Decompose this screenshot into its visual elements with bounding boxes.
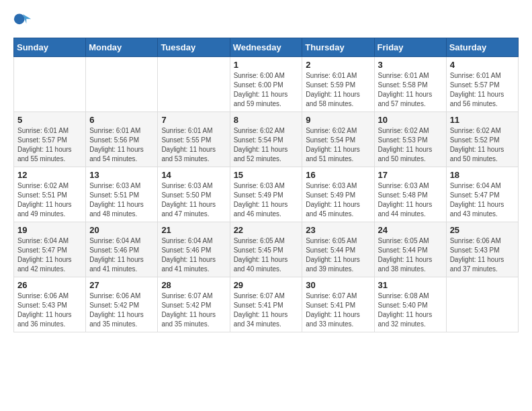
day-info: Sunrise: 6:05 AM Sunset: 5:44 PM Dayligh…	[378, 236, 443, 274]
day-info: Sunrise: 6:01 AM Sunset: 5:57 PM Dayligh…	[17, 126, 82, 164]
day-number: 3	[378, 60, 443, 70]
calendar-cell: 11Sunrise: 6:02 AM Sunset: 5:52 PM Dayli…	[446, 112, 518, 167]
calendar-cell: 17Sunrise: 6:03 AM Sunset: 5:48 PM Dayli…	[374, 167, 446, 222]
calendar-cell: 16Sunrise: 6:03 AM Sunset: 5:49 PM Dayli…	[302, 167, 374, 222]
weekday-header-monday: Monday	[86, 38, 158, 57]
day-info: Sunrise: 6:07 AM Sunset: 5:42 PM Dayligh…	[161, 291, 226, 329]
weekday-header-friday: Friday	[374, 38, 446, 57]
day-info: Sunrise: 6:04 AM Sunset: 5:46 PM Dayligh…	[89, 236, 154, 274]
calendar-cell: 22Sunrise: 6:05 AM Sunset: 5:45 PM Dayli…	[230, 222, 302, 277]
calendar-cell: 26Sunrise: 6:06 AM Sunset: 5:43 PM Dayli…	[14, 277, 86, 332]
calendar-cell: 5Sunrise: 6:01 AM Sunset: 5:57 PM Daylig…	[14, 112, 86, 167]
day-info: Sunrise: 6:02 AM Sunset: 5:54 PM Dayligh…	[306, 126, 370, 164]
calendar-week-1: 1Sunrise: 6:00 AM Sunset: 6:00 PM Daylig…	[14, 57, 519, 112]
calendar-week-2: 5Sunrise: 6:01 AM Sunset: 5:57 PM Daylig…	[14, 112, 519, 167]
calendar-cell: 25Sunrise: 6:06 AM Sunset: 5:43 PM Dayli…	[446, 222, 518, 277]
calendar-cell: 31Sunrise: 6:08 AM Sunset: 5:40 PM Dayli…	[374, 277, 446, 332]
day-number: 24	[378, 225, 443, 235]
day-info: Sunrise: 6:06 AM Sunset: 5:42 PM Dayligh…	[89, 291, 154, 329]
day-number: 22	[234, 225, 299, 235]
day-number: 10	[378, 115, 443, 125]
calendar-cell: 30Sunrise: 6:07 AM Sunset: 5:41 PM Dayli…	[302, 277, 374, 332]
day-info: Sunrise: 6:02 AM Sunset: 5:53 PM Dayligh…	[378, 126, 443, 164]
calendar-cell: 9Sunrise: 6:02 AM Sunset: 5:54 PM Daylig…	[302, 112, 374, 167]
day-number: 2	[306, 60, 370, 70]
day-number: 7	[161, 115, 226, 125]
day-number: 21	[161, 225, 226, 235]
weekday-header-row: SundayMondayTuesdayWednesdayThursdayFrid…	[14, 38, 519, 57]
calendar: SundayMondayTuesdayWednesdayThursdayFrid…	[13, 38, 519, 332]
header	[13, 11, 519, 30]
calendar-cell: 24Sunrise: 6:05 AM Sunset: 5:44 PM Dayli…	[374, 222, 446, 277]
day-info: Sunrise: 6:01 AM Sunset: 5:57 PM Dayligh…	[450, 71, 515, 109]
day-info: Sunrise: 6:06 AM Sunset: 5:43 PM Dayligh…	[17, 291, 82, 329]
day-number: 9	[306, 115, 370, 125]
logo	[13, 11, 35, 30]
day-info: Sunrise: 6:01 AM Sunset: 5:58 PM Dayligh…	[378, 71, 443, 109]
day-info: Sunrise: 6:04 AM Sunset: 5:46 PM Dayligh…	[161, 236, 226, 274]
day-info: Sunrise: 6:03 AM Sunset: 5:50 PM Dayligh…	[161, 181, 226, 219]
calendar-cell: 28Sunrise: 6:07 AM Sunset: 5:42 PM Dayli…	[158, 277, 230, 332]
calendar-header: SundayMondayTuesdayWednesdayThursdayFrid…	[14, 38, 519, 57]
day-number: 5	[17, 115, 82, 125]
day-info: Sunrise: 6:05 AM Sunset: 5:44 PM Dayligh…	[306, 236, 370, 274]
calendar-cell: 27Sunrise: 6:06 AM Sunset: 5:42 PM Dayli…	[86, 277, 158, 332]
day-number: 19	[17, 225, 82, 235]
svg-point-0	[14, 13, 25, 24]
calendar-cell: 19Sunrise: 6:04 AM Sunset: 5:47 PM Dayli…	[14, 222, 86, 277]
calendar-cell: 29Sunrise: 6:07 AM Sunset: 5:41 PM Dayli…	[230, 277, 302, 332]
logo-icon	[13, 11, 32, 30]
day-number: 28	[161, 280, 226, 290]
day-info: Sunrise: 6:03 AM Sunset: 5:51 PM Dayligh…	[89, 181, 154, 219]
calendar-cell	[158, 57, 230, 112]
calendar-cell: 1Sunrise: 6:00 AM Sunset: 6:00 PM Daylig…	[230, 57, 302, 112]
day-info: Sunrise: 6:01 AM Sunset: 5:56 PM Dayligh…	[89, 126, 154, 164]
day-number: 12	[17, 170, 82, 180]
day-info: Sunrise: 6:08 AM Sunset: 5:40 PM Dayligh…	[378, 291, 443, 329]
day-number: 17	[378, 170, 443, 180]
day-number: 14	[161, 170, 226, 180]
day-number: 4	[450, 60, 515, 70]
day-number: 30	[306, 280, 370, 290]
calendar-cell	[14, 57, 86, 112]
weekday-header-saturday: Saturday	[446, 38, 518, 57]
day-number: 18	[450, 170, 515, 180]
calendar-cell: 7Sunrise: 6:01 AM Sunset: 5:55 PM Daylig…	[158, 112, 230, 167]
day-info: Sunrise: 6:07 AM Sunset: 5:41 PM Dayligh…	[306, 291, 370, 329]
day-info: Sunrise: 6:02 AM Sunset: 5:51 PM Dayligh…	[17, 181, 82, 219]
calendar-cell: 6Sunrise: 6:01 AM Sunset: 5:56 PM Daylig…	[86, 112, 158, 167]
calendar-cell: 2Sunrise: 6:01 AM Sunset: 5:59 PM Daylig…	[302, 57, 374, 112]
day-info: Sunrise: 6:05 AM Sunset: 5:45 PM Dayligh…	[234, 236, 299, 274]
day-number: 27	[89, 280, 154, 290]
calendar-week-3: 12Sunrise: 6:02 AM Sunset: 5:51 PM Dayli…	[14, 167, 519, 222]
weekday-header-tuesday: Tuesday	[158, 38, 230, 57]
day-number: 6	[89, 115, 154, 125]
weekday-header-wednesday: Wednesday	[230, 38, 302, 57]
calendar-cell: 13Sunrise: 6:03 AM Sunset: 5:51 PM Dayli…	[86, 167, 158, 222]
day-number: 13	[89, 170, 154, 180]
calendar-week-5: 26Sunrise: 6:06 AM Sunset: 5:43 PM Dayli…	[14, 277, 519, 332]
day-info: Sunrise: 6:03 AM Sunset: 5:49 PM Dayligh…	[234, 181, 299, 219]
day-number: 23	[306, 225, 370, 235]
day-number: 29	[234, 280, 299, 290]
weekday-header-sunday: Sunday	[14, 38, 86, 57]
day-number: 16	[306, 170, 370, 180]
calendar-cell: 15Sunrise: 6:03 AM Sunset: 5:49 PM Dayli…	[230, 167, 302, 222]
day-info: Sunrise: 6:06 AM Sunset: 5:43 PM Dayligh…	[450, 236, 515, 274]
calendar-cell: 4Sunrise: 6:01 AM Sunset: 5:57 PM Daylig…	[446, 57, 518, 112]
day-number: 15	[234, 170, 299, 180]
day-number: 11	[450, 115, 515, 125]
calendar-body: 1Sunrise: 6:00 AM Sunset: 6:00 PM Daylig…	[14, 57, 519, 332]
calendar-cell: 23Sunrise: 6:05 AM Sunset: 5:44 PM Dayli…	[302, 222, 374, 277]
calendar-cell: 3Sunrise: 6:01 AM Sunset: 5:58 PM Daylig…	[374, 57, 446, 112]
day-info: Sunrise: 6:02 AM Sunset: 5:54 PM Dayligh…	[234, 126, 299, 164]
day-info: Sunrise: 6:03 AM Sunset: 5:48 PM Dayligh…	[378, 181, 443, 219]
day-number: 8	[234, 115, 299, 125]
day-number: 31	[378, 280, 443, 290]
day-number: 1	[234, 60, 299, 70]
calendar-week-4: 19Sunrise: 6:04 AM Sunset: 5:47 PM Dayli…	[14, 222, 519, 277]
day-info: Sunrise: 6:04 AM Sunset: 5:47 PM Dayligh…	[450, 181, 515, 219]
calendar-cell	[446, 277, 518, 332]
calendar-cell	[86, 57, 158, 112]
calendar-cell: 20Sunrise: 6:04 AM Sunset: 5:46 PM Dayli…	[86, 222, 158, 277]
